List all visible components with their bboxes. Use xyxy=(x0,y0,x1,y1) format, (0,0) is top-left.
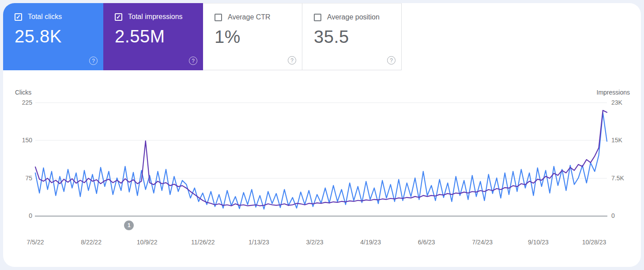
y-right-tick: 15K xyxy=(611,137,622,144)
x-axis-label: 7/5/22 xyxy=(27,239,44,246)
x-axis-label: 1/13/23 xyxy=(249,239,269,246)
impressions-line xyxy=(35,110,607,206)
total-impressions-value: 2.55M xyxy=(115,27,203,46)
total-clicks-value: 25.8K xyxy=(15,27,103,46)
y-right-tick: 23K xyxy=(611,99,622,106)
help-icon[interactable]: ? xyxy=(189,57,197,65)
x-axis-label: 6/6/23 xyxy=(418,239,435,246)
metric-cards-row: ✓ Total clicks 25.8K ? ✓ Total impressio… xyxy=(3,3,402,70)
chart-baseline xyxy=(35,216,607,217)
chart-gridline xyxy=(35,140,607,141)
card-average-ctr[interactable]: Average CTR 1% ? xyxy=(203,3,302,70)
help-icon[interactable]: ? xyxy=(387,56,395,65)
total-clicks-label: Total clicks xyxy=(28,13,62,21)
performance-panel: ✓ Total clicks 25.8K ? ✓ Total impressio… xyxy=(3,3,641,267)
x-axis-label: 10/28/23 xyxy=(582,239,606,246)
total-clicks-checkbox[interactable]: ✓ xyxy=(15,13,22,21)
left-axis-title: Clicks xyxy=(15,89,31,96)
average-position-checkbox[interactable] xyxy=(314,14,321,21)
help-icon[interactable]: ? xyxy=(89,57,98,65)
x-axis-label: 10/9/22 xyxy=(137,239,158,246)
average-position-value: 35.5 xyxy=(314,27,401,47)
x-axis-label: 9/10/23 xyxy=(528,239,549,246)
clicks-line xyxy=(35,113,607,209)
y-left-tick: 0 xyxy=(12,212,32,219)
y-right-tick: 7.5K xyxy=(611,175,624,182)
y-left-tick: 150 xyxy=(12,137,32,144)
x-axis-label: 11/26/22 xyxy=(191,239,215,246)
card-average-position[interactable]: Average position 35.5 ? xyxy=(302,3,402,70)
chart-gridline xyxy=(35,178,607,179)
x-axis-label: 7/24/23 xyxy=(472,239,493,246)
card-total-impressions[interactable]: ✓ Total impressions 2.55M ? xyxy=(103,3,203,70)
average-ctr-value: 1% xyxy=(215,27,302,47)
y-right-tick: 0 xyxy=(611,212,615,219)
average-ctr-label: Average CTR xyxy=(228,13,271,21)
total-impressions-label: Total impressions xyxy=(128,13,183,21)
y-left-tick: 75 xyxy=(12,175,32,182)
right-axis-title: Impressions xyxy=(597,89,630,96)
annotation-marker[interactable]: 1 xyxy=(124,221,134,230)
total-impressions-checkbox[interactable]: ✓ xyxy=(115,13,122,21)
chart-gridline xyxy=(35,103,607,103)
help-icon[interactable]: ? xyxy=(288,56,296,65)
card-total-clicks[interactable]: ✓ Total clicks 25.8K ? xyxy=(3,3,103,70)
x-axis-label: 4/19/23 xyxy=(360,239,381,246)
x-axis-label: 3/2/23 xyxy=(306,239,324,246)
y-left-tick: 225 xyxy=(12,99,32,106)
average-ctr-checkbox[interactable] xyxy=(215,14,222,21)
x-axis-label: 8/22/22 xyxy=(81,239,102,246)
average-position-label: Average position xyxy=(327,13,380,21)
